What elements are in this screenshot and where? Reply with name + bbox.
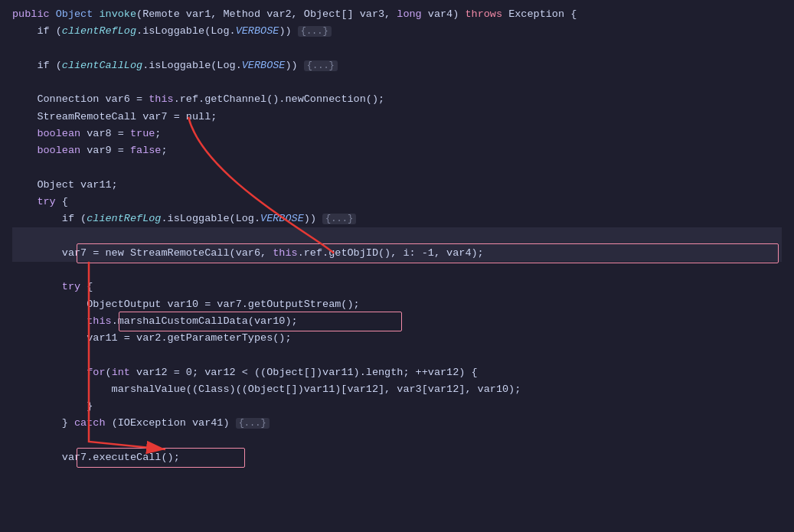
code-area: public Object invoke(Remote var1, Method… — [0, 0, 794, 472]
code-line: this.marshalCustomCallData(var10); — [12, 313, 782, 330]
code-line: if (clientRefLog.isLoggable(Log.VERBOSE)… — [12, 211, 782, 227]
code-line — [12, 262, 782, 279]
code-line: public Object invoke(Remote var1, Method… — [12, 6, 782, 23]
code-line: try { — [12, 279, 782, 295]
code-line: StreamRemoteCall var7 = null; — [12, 109, 782, 126]
code-line: try { — [12, 194, 782, 211]
code-line: } — [12, 398, 782, 415]
code-line: Object var11; — [12, 177, 782, 194]
code-line: boolean var8 = true; — [12, 126, 782, 142]
code-line — [12, 347, 782, 364]
code-line: var7.executeCall(); — [12, 449, 782, 466]
code-line: Connection var6 = this.ref.getChannel().… — [12, 91, 782, 108]
code-line — [12, 432, 782, 449]
code-line — [12, 227, 782, 244]
code-line — [12, 41, 782, 57]
code-line: var11 = var2.getParameterTypes(); — [12, 330, 782, 347]
code-line: } catch (IOException var41) {...} — [12, 415, 782, 432]
code-line: marshalValue((Class)((Object[])var11)[va… — [12, 381, 782, 398]
code-line — [12, 159, 782, 176]
code-line: for(int var12 = 0; var12 < ((Object[])va… — [12, 364, 782, 381]
code-line: var7 = new StreamRemoteCall(var6, this.r… — [12, 245, 782, 262]
code-line: ObjectOutput var10 = var7.getOutputStrea… — [12, 296, 782, 313]
code-line: if (clientCallLog.isLoggable(Log.VERBOSE… — [12, 57, 782, 74]
code-line — [12, 74, 782, 91]
code-line: if (clientRefLog.isLoggable(Log.VERBOSE)… — [12, 23, 782, 40]
code-line: boolean var9 = false; — [12, 142, 782, 159]
